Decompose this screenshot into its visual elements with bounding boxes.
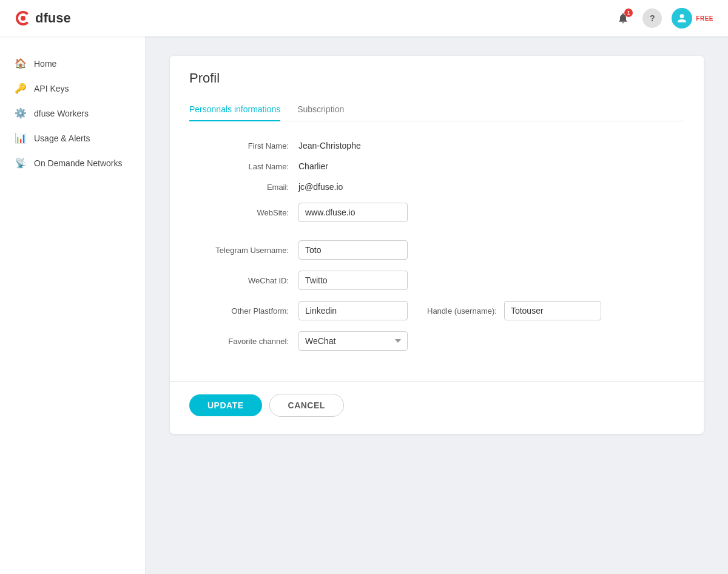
tabs: Personnals informations Subscription xyxy=(189,98,684,121)
wechat-row: WeChat ID: xyxy=(189,271,675,290)
card-header: Profil Personnals informations Subscript… xyxy=(170,56,704,121)
last-name-row: Last Name: Charlier xyxy=(189,161,675,171)
usage-icon: 📊 xyxy=(15,132,27,144)
last-name-label: Last Name: xyxy=(189,162,298,171)
form-section: First Name: Jean-Christophe Last Name: C… xyxy=(189,141,675,351)
plan-badge: FREE xyxy=(696,15,713,22)
telegram-row: Telegram Username: xyxy=(189,240,675,260)
action-row: UPDATE CANCEL xyxy=(170,381,704,434)
sidebar-item-home[interactable]: 🏠 Home xyxy=(0,51,145,76)
header-actions: 1 ? FREE xyxy=(613,8,713,29)
notif-badge: 1 xyxy=(624,8,633,17)
user-menu[interactable]: FREE xyxy=(672,8,713,29)
logo[interactable]: dfuse xyxy=(15,10,71,27)
last-name-value: Charlier xyxy=(298,161,328,171)
profile-card: Profil Personnals informations Subscript… xyxy=(170,56,704,434)
sidebar-item-dfuse-workers[interactable]: ⚙️ dfuse Workers xyxy=(0,101,145,126)
networks-icon: 📡 xyxy=(15,157,27,169)
favorite-channel-label: Favorite channel: xyxy=(189,337,298,346)
page-title: Profil xyxy=(189,70,684,86)
sidebar-item-api-keys[interactable]: 🔑 API Keys xyxy=(0,76,145,101)
other-platform-label: Other Plastform: xyxy=(189,306,298,316)
favorite-channel-select[interactable]: WeChat Telegram Other xyxy=(298,331,408,351)
website-label: WebSite: xyxy=(189,208,298,217)
card-body: First Name: Jean-Christophe Last Name: C… xyxy=(170,121,704,381)
sidebar-label-usage: Usage & Alerts xyxy=(34,133,90,143)
wechat-input[interactable] xyxy=(298,271,408,290)
api-keys-icon: 🔑 xyxy=(15,83,27,94)
header: dfuse 1 ? FREE xyxy=(0,0,728,36)
user-avatar xyxy=(672,8,692,29)
main-content: Profil Personnals informations Subscript… xyxy=(146,36,728,574)
logo-label: dfuse xyxy=(35,10,71,26)
update-button[interactable]: UPDATE xyxy=(189,394,262,416)
website-row: WebSite: xyxy=(189,203,675,222)
sidebar-label-workers: dfuse Workers xyxy=(34,109,89,118)
sidebar-item-usage-alerts[interactable]: 📊 Usage & Alerts xyxy=(0,126,145,150)
telegram-label: Telegram Username: xyxy=(189,246,298,255)
sidebar-label-home: Home xyxy=(34,59,56,69)
sidebar: 🏠 Home 🔑 API Keys ⚙️ dfuse Workers 📊 Usa… xyxy=(0,36,146,574)
favorite-channel-row: Favorite channel: WeChat Telegram Other xyxy=(189,331,675,351)
first-name-label: First Name: xyxy=(189,141,298,150)
sidebar-label-api-keys: API Keys xyxy=(34,84,69,93)
cancel-button[interactable]: CANCEL xyxy=(269,394,344,417)
first-name-row: First Name: Jean-Christophe xyxy=(189,141,675,150)
tab-personal-info[interactable]: Personnals informations xyxy=(189,98,280,121)
tab-subscription[interactable]: Subscription xyxy=(297,98,344,121)
sidebar-label-networks: On Demande Networks xyxy=(34,158,123,168)
notifications-button[interactable]: 1 xyxy=(613,8,633,28)
logo-icon xyxy=(15,10,32,27)
first-name-value: Jean-Christophe xyxy=(298,141,361,150)
svg-point-0 xyxy=(21,16,25,21)
telegram-input[interactable] xyxy=(298,240,408,260)
website-input[interactable] xyxy=(298,203,408,222)
workers-icon: ⚙️ xyxy=(15,107,27,119)
email-label: Email: xyxy=(189,183,298,192)
layout: 🏠 Home 🔑 API Keys ⚙️ dfuse Workers 📊 Usa… xyxy=(0,36,728,574)
other-platform-input[interactable] xyxy=(298,301,408,320)
handle-input[interactable] xyxy=(504,301,601,320)
wechat-label: WeChat ID: xyxy=(189,276,298,285)
email-value: jc@dfuse.io xyxy=(298,182,343,192)
home-icon: 🏠 xyxy=(15,58,27,69)
help-button[interactable]: ? xyxy=(642,8,662,28)
handle-label: Handle (username): xyxy=(427,306,497,316)
handle-group: Handle (username): xyxy=(427,301,601,320)
other-platform-row: Other Plastform: Handle (username): xyxy=(189,301,675,320)
email-row: Email: jc@dfuse.io xyxy=(189,182,675,192)
sidebar-item-on-demand-networks[interactable]: 📡 On Demande Networks xyxy=(0,150,145,175)
